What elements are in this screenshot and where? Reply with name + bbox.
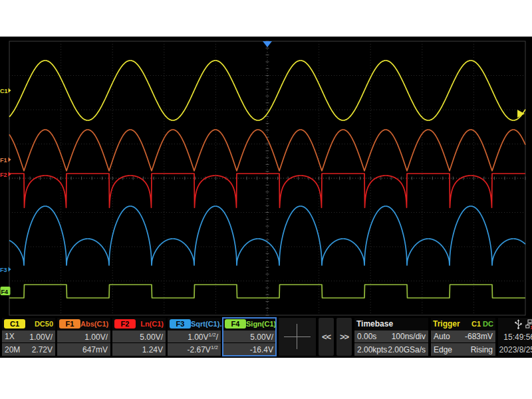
graticule-grid [9,41,525,315]
svg-text:C1: C1 [0,88,8,94]
f2-function-label: Ln(C1) [140,320,164,328]
f1-function-label: Abs(C1) [80,320,108,328]
timebase-title: Timebase [356,319,393,329]
timebase-box[interactable]: Timebase 0.00s 100ns/div 2.00kpts 2.00GS… [354,318,428,356]
history-back-button[interactable]: << [319,318,334,356]
f4-badge: F4 [225,319,246,329]
f2-scale-value: 5.00V [140,332,160,342]
channel-box-f2[interactable]: F2 Ln(C1) 5.00V/ 1.24V [112,318,166,356]
channel-box-f1[interactable]: F1 Abs(C1) 1.00V/ 647mV [57,318,110,356]
c1-scale-value: 1.00V [29,332,50,342]
f1-scale-value: 1.00V [84,332,105,342]
trigger-type: Edge [434,345,452,354]
f1-badge: F1 [59,319,80,329]
f3-offset-value: -2.67V [188,345,211,354]
trigger-source: C1 [471,320,481,328]
clock-time: 15:49:56 [503,331,532,343]
f4-function-label: Sign(C1) [246,320,276,328]
lan-disconnected-icon: x [525,319,532,329]
cursor-panel[interactable] [279,318,316,356]
f3-badge: F3 [170,319,191,329]
c1-bandwidth-label: 20M [5,345,20,354]
f3-function-label: Sqrt(C1)... [191,320,226,328]
trigger-title: Trigger [433,319,460,329]
timebase-scale: 100ns/div [392,332,426,341]
screenshot-canvas: C1F1F2F3F4 C1 DC50 1X 1.00V/ 20M 2.72V [0,0,532,399]
oscilloscope-screen: C1F1F2F3F4 C1 DC50 1X 1.00V/ 20M 2.72V [0,37,532,358]
waveform-display[interactable]: C1F1F2F3F4 [0,37,532,318]
clock-date: 2023/8/25 [499,343,532,356]
f1-offset-value: 647mV [82,345,108,354]
svg-text:F1: F1 [0,157,7,164]
trigger-box[interactable]: Trigger C1 DC Auto -683mV Edge Rising [431,318,495,356]
channel-box-f3[interactable]: F3 Sqrt(C1)... 1.00V1/2/ -2.67V1/2 [168,318,221,356]
f4-scale-value: 5.00V [250,332,271,342]
channel-box-c1[interactable]: C1 DC50 1X 1.00V/ 20M 2.72V [2,318,55,356]
cursor-crosshair-icon [284,336,311,337]
sample-rate: 2.00GSa/s [388,345,426,354]
trigger-coupling: DC [483,320,493,328]
timebase-delay: 0.00s [357,332,376,341]
f4-offset-value: -16.4V [250,345,273,354]
f2-offset-value: 1.24V [142,345,163,354]
history-forward-button[interactable]: >> [336,318,352,356]
svg-text:F2: F2 [0,172,7,178]
c1-offset-value: 2.72V [32,345,53,354]
c1-badge: C1 [4,319,25,329]
status-bar: C1 DC50 1X 1.00V/ 20M 2.72V F1 Abs(C1) [0,318,532,356]
trigger-level: -683mV [465,332,493,341]
c1-probe-label: 1X [5,332,15,341]
acquire-points: 2.00kpts [357,345,387,354]
system-status-box[interactable]: x 15:49:56 2023/8/25 [498,318,532,356]
usb-icon [515,319,522,329]
f2-badge: F2 [114,319,136,329]
trigger-slope: Rising [471,345,493,354]
svg-text:F3: F3 [0,267,7,273]
svg-text:F4: F4 [1,289,9,295]
trigger-position-marker-icon[interactable] [263,41,272,47]
trigger-mode: Auto [434,332,450,341]
c1-coupling-label: DC50 [35,320,53,328]
channel-box-f4[interactable]: F4 Sign(C1) 5.00V/ -16.4V [223,318,276,356]
f3-scale-value: 1.00V [188,332,208,342]
